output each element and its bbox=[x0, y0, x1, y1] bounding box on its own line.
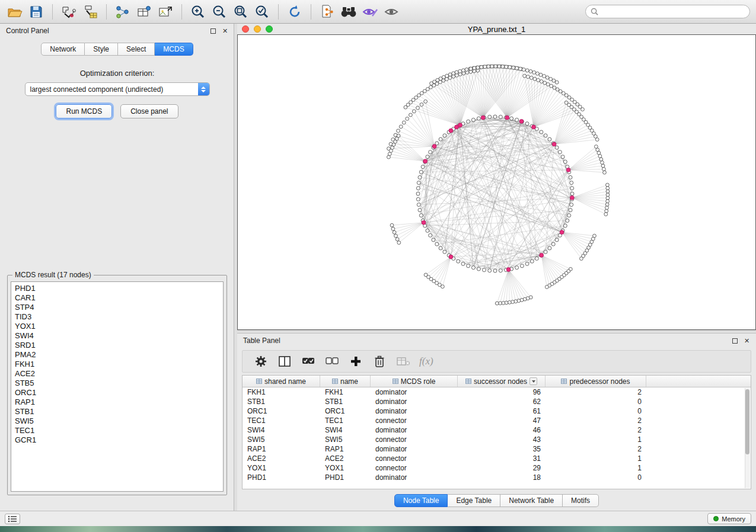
show-hide-button[interactable] bbox=[382, 3, 400, 21]
open-file-button[interactable] bbox=[6, 3, 24, 21]
binoculars-icon bbox=[340, 5, 358, 18]
result-item[interactable]: SRD1 bbox=[15, 341, 223, 350]
delete-column-button[interactable] bbox=[372, 354, 387, 369]
plus-icon bbox=[350, 355, 362, 367]
table-cell: 2 bbox=[546, 387, 646, 397]
criterion-dropdown[interactable]: largest connected component (undirected) bbox=[25, 82, 210, 96]
table-scrollbar-thumb[interactable] bbox=[745, 389, 749, 454]
annotate-button[interactable] bbox=[361, 3, 379, 21]
refresh-icon bbox=[287, 4, 302, 20]
result-item[interactable]: ORC1 bbox=[15, 388, 223, 398]
sort-dropdown-icon[interactable] bbox=[529, 377, 537, 385]
global-search-box[interactable] bbox=[585, 5, 750, 18]
search-input[interactable] bbox=[601, 8, 745, 16]
mcds-result-list[interactable]: PHD1CAR1STP4TID3YOX1SWI4SRD1PMA2FKH1ACE2… bbox=[11, 281, 224, 492]
network-table-button[interactable] bbox=[135, 3, 153, 21]
result-item[interactable]: STB5 bbox=[15, 379, 223, 388]
result-item[interactable]: SWI4 bbox=[15, 331, 223, 341]
result-item[interactable]: PMA2 bbox=[15, 350, 223, 360]
table-row[interactable]: SWI5SWI5connector431 bbox=[243, 435, 751, 444]
control-panel-title: Control Panel bbox=[6, 27, 49, 35]
import-network-button[interactable] bbox=[60, 3, 78, 21]
tab-select[interactable]: Select bbox=[118, 43, 155, 56]
network-canvas[interactable] bbox=[237, 34, 756, 330]
apply-layout-button[interactable] bbox=[286, 3, 304, 21]
control-tabs: NetworkStyleSelectMCDS bbox=[0, 43, 234, 56]
table-row[interactable]: ACE2ACE2connector311 bbox=[243, 454, 751, 463]
column-header-predecessor-nodes[interactable]: predecessor nodes bbox=[546, 376, 646, 387]
close-panel-button[interactable]: Close panel bbox=[120, 104, 178, 118]
deselect-all-button[interactable] bbox=[324, 354, 340, 369]
zoom-fit-button[interactable] bbox=[232, 3, 250, 21]
result-item[interactable]: FKH1 bbox=[15, 360, 223, 369]
zoom-selected-button[interactable] bbox=[253, 3, 271, 21]
function-builder-button[interactable]: f(x) bbox=[419, 355, 433, 367]
zoom-out-button[interactable] bbox=[210, 3, 228, 21]
table-cell: 1 bbox=[546, 454, 646, 463]
purple-eye-icon bbox=[362, 5, 378, 18]
float-panel-icon[interactable] bbox=[210, 28, 216, 34]
save-session-button[interactable] bbox=[27, 3, 45, 21]
column-header-name[interactable]: name bbox=[320, 376, 371, 387]
result-item[interactable]: TEC1 bbox=[15, 426, 223, 435]
close-panel-icon[interactable]: ✕ bbox=[744, 338, 750, 344]
column-header-successor-nodes[interactable]: successor nodes bbox=[458, 376, 546, 387]
table-row[interactable]: TEC1TEC1connector472 bbox=[243, 416, 751, 425]
result-item[interactable]: STP4 bbox=[15, 303, 223, 312]
result-item[interactable]: PHD1 bbox=[15, 284, 223, 293]
table-cell: 61 bbox=[458, 406, 546, 416]
table-cell: dominator bbox=[371, 387, 458, 397]
table-panel-titlebar: Table Panel ✕ bbox=[237, 334, 756, 348]
clear-table-button[interactable] bbox=[395, 354, 411, 369]
column-header-MCDS-role[interactable]: MCDS role bbox=[371, 376, 458, 387]
float-panel-icon[interactable] bbox=[732, 338, 738, 344]
table-scrollbar[interactable] bbox=[745, 388, 750, 488]
column-header-shared-name[interactable]: shared name bbox=[243, 376, 320, 387]
result-item[interactable]: YOX1 bbox=[15, 322, 223, 331]
export-image-button[interactable] bbox=[157, 3, 174, 21]
task-history-button[interactable] bbox=[5, 514, 20, 524]
show-columns-button[interactable] bbox=[277, 354, 292, 369]
table-tab-network-table[interactable]: Network Table bbox=[500, 494, 563, 507]
table-cell: STB1 bbox=[243, 397, 320, 406]
table-cell: ACE2 bbox=[320, 454, 371, 463]
table-row[interactable]: ORC1ORC1dominator610 bbox=[243, 406, 751, 416]
result-item[interactable]: GCR1 bbox=[15, 435, 223, 445]
tab-style[interactable]: Style bbox=[85, 43, 118, 56]
table-row[interactable]: FKH1FKH1dominator962 bbox=[243, 387, 751, 397]
add-column-button[interactable] bbox=[348, 354, 363, 369]
tab-mcds[interactable]: MCDS bbox=[155, 43, 193, 56]
table-settings-button[interactable] bbox=[253, 354, 269, 369]
result-item[interactable]: STB1 bbox=[15, 407, 223, 416]
import-network-icon bbox=[61, 5, 76, 19]
result-item[interactable]: SWI5 bbox=[15, 416, 223, 426]
table-row[interactable]: RAP1RAP1dominator352 bbox=[243, 444, 751, 454]
result-item[interactable]: TID3 bbox=[15, 312, 223, 322]
table-cell: 0 bbox=[546, 473, 646, 482]
result-item[interactable]: CAR1 bbox=[15, 293, 223, 303]
result-item[interactable]: ACE2 bbox=[15, 369, 223, 379]
table-tab-motifs[interactable]: Motifs bbox=[563, 494, 599, 507]
table-row[interactable]: PHD1PHD1dominator180 bbox=[243, 473, 751, 482]
tab-network[interactable]: Network bbox=[41, 43, 85, 56]
zoom-in-button[interactable] bbox=[189, 3, 207, 21]
toolbar-separator bbox=[311, 4, 311, 20]
memory-button[interactable]: Memory bbox=[707, 513, 751, 524]
table-tab-node-table[interactable]: Node Table bbox=[394, 494, 448, 507]
main-area: Control Panel ✕ NetworkStyleSelectMCDS O… bbox=[0, 24, 756, 511]
table-row[interactable]: STB1STB1dominator620 bbox=[243, 397, 751, 406]
import-table-button[interactable] bbox=[81, 3, 99, 21]
select-all-button[interactable] bbox=[301, 354, 316, 369]
find-button[interactable] bbox=[340, 3, 358, 21]
new-network-button[interactable] bbox=[114, 3, 132, 21]
table-cell: 43 bbox=[458, 435, 546, 444]
table-row[interactable]: SWI4SWI4dominator462 bbox=[243, 425, 751, 435]
table-cell: SWI4 bbox=[320, 425, 371, 435]
result-item[interactable]: RAP1 bbox=[15, 398, 223, 407]
copy-style-button[interactable] bbox=[318, 3, 336, 21]
close-panel-icon[interactable]: ✕ bbox=[222, 28, 228, 34]
table-tab-edge-table[interactable]: Edge Table bbox=[448, 494, 500, 507]
table-row[interactable]: YOX1YOX1connector291 bbox=[243, 463, 751, 473]
mcds-result-group: MCDS result (17 nodes) PHD1CAR1STP4TID3Y… bbox=[7, 275, 227, 495]
run-mcds-button[interactable]: Run MCDS bbox=[56, 104, 112, 118]
